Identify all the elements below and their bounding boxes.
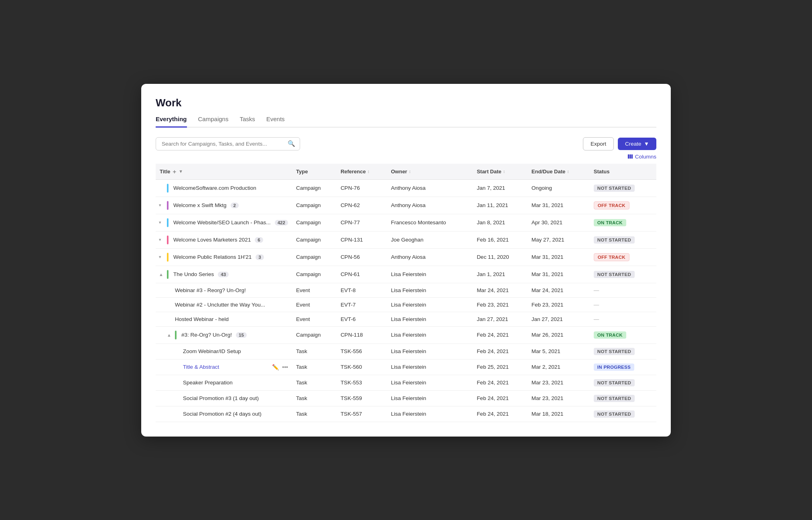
title-cell-inner: Webinar #2 - Unclutter the Way You... (167, 302, 288, 308)
type-cell: Campaign (292, 179, 337, 197)
tab-campaigns[interactable]: Campaigns (198, 116, 229, 128)
title-cell: ▲#3: Re-Org? Un-Org!15 (156, 326, 292, 343)
status-cell: — (590, 283, 656, 297)
more-icon[interactable]: ••• (282, 364, 288, 370)
owner-cell: Anthony Aiosa (387, 248, 473, 266)
badge-count: 6 (255, 237, 263, 243)
reference-cell: CPN-131 (337, 231, 387, 248)
table-row: Webinar #2 - Unclutter the Way You...Eve… (156, 297, 656, 312)
title-text: Welcome x Swift Mktg (173, 202, 227, 208)
end-date-cell: Mar 23, 2021 (528, 375, 590, 390)
title-cell-inner: Title & Abstract✏️••• (175, 364, 288, 370)
owner-cell: Lisa Feierstein (387, 359, 473, 375)
badge-count: 43 (218, 272, 229, 277)
title-cell: WelcomeSoftware.com Production (156, 179, 292, 197)
reference-cell: CPN-56 (337, 248, 387, 266)
add-icon[interactable]: + (173, 168, 177, 175)
end-date-sort-icon[interactable]: ↕ (567, 169, 569, 174)
start-date-cell: Jan 11, 2021 (473, 197, 527, 214)
row-chevron-icon[interactable]: ▾ (159, 203, 164, 208)
title-text: #3: Re-Org? Un-Org! (181, 332, 232, 338)
type-cell: Task (292, 390, 337, 406)
title-cell-inner: Speaker Preparation (175, 380, 288, 386)
create-button[interactable]: Create ▼ (618, 138, 656, 150)
status-badge: — (594, 287, 599, 293)
title-text: Social Promotion #3 (1 day out) (183, 395, 259, 401)
status-badge: NOT STARTED (594, 236, 635, 244)
svg-rect-1 (629, 154, 631, 159)
title-cell-inner: Social Promotion #2 (4 days out) (175, 411, 288, 417)
type-cell: Event (292, 312, 337, 326)
table-header-row: Title + ▼ Type Reference ↕ Owner ↕ (156, 164, 656, 180)
status-cell: ON TRACK (590, 214, 656, 231)
status-badge: OFF TRACK (594, 253, 629, 261)
status-cell: OFF TRACK (590, 248, 656, 266)
th-chevron-icon[interactable]: ▼ (179, 169, 183, 174)
table-row: ▾Welcome Loves Marketers 20216CampaignCP… (156, 231, 656, 248)
reference-cell: CPN-77 (337, 214, 387, 231)
end-date-cell: Mar 26, 2021 (528, 326, 590, 343)
owner-cell: Lisa Feierstein (387, 406, 473, 422)
table-row: ▲#3: Re-Org? Un-Org!15CampaignCPN-118Lis… (156, 326, 656, 343)
owner-cell: Joe Geoghan (387, 231, 473, 248)
owner-cell: Lisa Feierstein (387, 283, 473, 297)
title-cell-inner: Webinar #3 - Reorg? Un-Org! (167, 287, 288, 293)
row-chevron-icon[interactable]: ▾ (159, 254, 164, 260)
tab-events[interactable]: Events (266, 116, 285, 128)
end-date-cell: Mar 23, 2021 (528, 390, 590, 406)
reference-cell: CPN-62 (337, 197, 387, 214)
status-badge: — (594, 302, 599, 308)
status-badge: NOT STARTED (594, 410, 635, 418)
reference-sort-icon[interactable]: ↕ (367, 169, 370, 174)
columns-button[interactable]: Columns (156, 154, 656, 160)
table-row: ▾Welcome Website/SEO Launch - Phas...422… (156, 214, 656, 231)
start-date-cell: Feb 24, 2021 (473, 406, 527, 422)
end-date-cell: Mar 2, 2021 (528, 359, 590, 375)
row-chevron-icon[interactable]: ▲ (167, 333, 173, 337)
title-cell: ▾Welcome Website/SEO Launch - Phas...422 (156, 214, 292, 231)
search-input[interactable] (156, 137, 300, 150)
end-date-cell: Apr 30, 2021 (528, 214, 590, 231)
owner-sort-icon[interactable]: ↕ (409, 169, 411, 174)
status-badge: NOT STARTED (594, 395, 635, 402)
title-cell-inner: ▾Welcome Public Relations 1H'213 (159, 253, 288, 262)
title-cell: Zoom Webinar/ID Setup (156, 343, 292, 359)
tab-everything[interactable]: Everything (156, 116, 187, 128)
reference-cell: TSK-556 (337, 343, 387, 359)
row-chevron-icon[interactable]: ▾ (159, 220, 164, 225)
start-date-cell: Feb 24, 2021 (473, 390, 527, 406)
end-date-cell: Mar 24, 2021 (528, 283, 590, 297)
status-badge: OFF TRACK (594, 201, 629, 209)
campaign-color-bar (167, 236, 168, 244)
start-date-sort-icon[interactable]: ↕ (503, 169, 505, 174)
th-type: Type (292, 164, 337, 180)
table-row: Hosted Webinar - heldEventEVT-6Lisa Feie… (156, 312, 656, 326)
table-row: Webinar #3 - Reorg? Un-Org!EventEVT-8Lis… (156, 283, 656, 297)
table-row: Zoom Webinar/ID SetupTaskTSK-556Lisa Fei… (156, 343, 656, 359)
tab-bar: Everything Campaigns Tasks Events (156, 116, 656, 128)
title-cell: Social Promotion #3 (1 day out) (156, 390, 292, 406)
owner-cell: Lisa Feierstein (387, 326, 473, 343)
reference-cell: EVT-7 (337, 297, 387, 312)
page-title: Work (156, 97, 656, 109)
chevron-down-icon: ▼ (644, 141, 649, 147)
type-cell: Task (292, 375, 337, 390)
title-cell-inner: Zoom Webinar/ID Setup (175, 348, 288, 354)
status-cell: — (590, 312, 656, 326)
row-chevron-icon[interactable]: ▲ (159, 272, 164, 277)
start-date-cell: Feb 16, 2021 (473, 231, 527, 248)
tab-tasks[interactable]: Tasks (240, 116, 255, 128)
reference-cell: TSK-559 (337, 390, 387, 406)
campaign-color-bar (167, 201, 168, 210)
edit-icon[interactable]: ✏️ (272, 364, 279, 370)
title-link[interactable]: Title & Abstract (183, 364, 219, 370)
start-date-cell: Feb 23, 2021 (473, 297, 527, 312)
export-button[interactable]: Export (583, 137, 614, 150)
row-chevron-icon[interactable]: ▾ (159, 237, 164, 242)
status-cell: ON TRACK (590, 326, 656, 343)
title-text: Webinar #3 - Reorg? Un-Org! (175, 287, 246, 293)
campaign-color-bar (167, 184, 168, 193)
owner-cell: Lisa Feierstein (387, 375, 473, 390)
type-cell: Event (292, 283, 337, 297)
table-row: ▾Welcome Public Relations 1H'213Campaign… (156, 248, 656, 266)
